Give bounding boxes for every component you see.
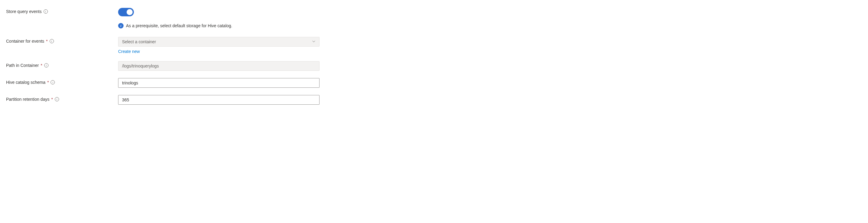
prerequisite-message: i As a prerequisite, select default stor… [118, 23, 319, 28]
prerequisite-text: As a prerequisite, select default storag… [126, 23, 232, 28]
required-mark: * [40, 63, 42, 68]
link-create-new[interactable]: Create new [118, 49, 140, 54]
row-path-in-container: Path in Container * i /logs/trinoquerylo… [6, 61, 862, 71]
label-path-in-container: Path in Container * i [6, 61, 118, 68]
row-container-for-events: Container for events * i Select a contai… [6, 37, 862, 54]
row-store-query-events: Store query events i i As a prerequisite… [6, 7, 862, 28]
label-text: Path in Container [6, 63, 39, 68]
select-container[interactable]: Select a container [118, 37, 319, 46]
control-hive-catalog-schema [118, 78, 319, 88]
row-partition-retention-days: Partition retention days * i [6, 95, 862, 105]
chevron-down-icon [312, 39, 316, 44]
control-store-query-events: i As a prerequisite, select default stor… [118, 7, 319, 28]
row-hive-catalog-schema: Hive catalog schema * i [6, 78, 862, 88]
label-store-query-events: Store query events i [6, 7, 118, 14]
label-hive-catalog-schema: Hive catalog schema * i [6, 78, 118, 85]
label-text: Container for events [6, 39, 44, 43]
toggle-knob [127, 9, 133, 15]
input-hive-catalog-schema[interactable] [118, 78, 319, 88]
info-icon[interactable]: i [50, 39, 54, 43]
label-text: Store query events [6, 9, 42, 14]
required-mark: * [47, 80, 49, 85]
label-partition-retention-days: Partition retention days * i [6, 95, 118, 102]
control-partition-retention-days [118, 95, 319, 105]
info-icon[interactable]: i [44, 63, 49, 67]
path-readonly-field: /logs/trinoquerylogs [118, 61, 319, 71]
label-container-for-events: Container for events * i [6, 37, 118, 43]
info-icon[interactable]: i [51, 80, 55, 85]
required-mark: * [51, 97, 53, 102]
control-container-for-events: Select a container Create new [118, 37, 319, 54]
info-badge-icon: i [118, 23, 124, 28]
info-icon[interactable]: i [43, 9, 48, 13]
label-text: Partition retention days [6, 97, 50, 102]
required-mark: * [46, 39, 48, 43]
input-partition-retention-days[interactable] [118, 95, 319, 105]
toggle-store-query-events[interactable] [118, 8, 134, 17]
select-placeholder: Select a container [122, 39, 156, 44]
label-text: Hive catalog schema [6, 80, 45, 85]
info-icon[interactable]: i [55, 97, 59, 101]
control-path-in-container: /logs/trinoquerylogs [118, 61, 319, 71]
path-value: /logs/trinoquerylogs [122, 64, 159, 68]
